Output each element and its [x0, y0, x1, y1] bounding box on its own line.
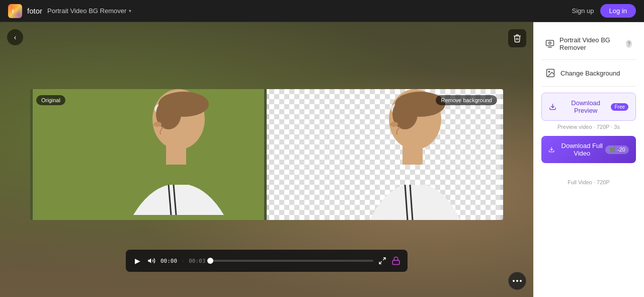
- svg-rect-20: [403, 144, 423, 165]
- sidebar: Portrait Video BG Remover ? Change Backg…: [533, 22, 644, 297]
- lock-button[interactable]: [391, 256, 400, 265]
- play-icon: ▶: [135, 257, 140, 265]
- progress-bar[interactable]: [210, 260, 373, 262]
- volume-button[interactable]: [147, 257, 155, 265]
- canvas-area: ‹ Original: [0, 22, 533, 297]
- download-preview-button[interactable]: Download Preview Free: [541, 93, 636, 121]
- time-current: 00:00: [160, 258, 177, 264]
- svg-rect-26: [392, 260, 399, 264]
- svg-line-24: [383, 258, 385, 260]
- full-video-info: Full Video · 720P: [541, 179, 636, 185]
- header-left: f fotor Portrait Video BG Remover ▾: [8, 4, 131, 18]
- download-preview-label: Download Preview: [560, 99, 611, 114]
- dot-1: [513, 280, 515, 282]
- header-tool[interactable]: Portrait Video BG Remover ▾: [47, 7, 131, 15]
- svg-point-30: [548, 71, 549, 72]
- tool-label: Portrait Video BG Remover: [47, 7, 126, 15]
- arrow-icon: ›: [547, 166, 549, 173]
- svg-point-7: [153, 122, 162, 127]
- change-bg-icon: [545, 68, 555, 78]
- sidebar-item-change-bg[interactable]: Change Background: [541, 62, 636, 84]
- svg-line-25: [379, 261, 382, 264]
- energy-count: -20: [617, 146, 625, 153]
- free-badge: Free: [611, 103, 628, 111]
- original-badge: Original: [36, 95, 65, 105]
- header: f fotor Portrait Video BG Remover ▾ Sign…: [0, 0, 644, 22]
- change-bg-label: Change Background: [560, 69, 620, 77]
- chevron-down-icon: ▾: [129, 8, 131, 14]
- fullscreen-button[interactable]: [378, 257, 386, 265]
- sidebar-item-portrait-bg[interactable]: Portrait Video BG Remover ?: [541, 30, 636, 57]
- download-full-button[interactable]: Download Full Video 🌿 -20: [541, 136, 636, 163]
- dot-2: [516, 280, 518, 282]
- video-preview-container: Original: [30, 89, 503, 220]
- download-preview-left: Download Preview: [549, 99, 611, 114]
- fotor-brand: fotor: [27, 7, 42, 15]
- more-options-button[interactable]: [508, 272, 526, 290]
- time-total: 00:03: [189, 258, 205, 264]
- svg-marker-23: [148, 258, 151, 263]
- svg-rect-27: [546, 40, 554, 46]
- portrait-bg-icon: [545, 39, 554, 49]
- dot-3: [520, 280, 522, 282]
- time-divider: ·: [182, 258, 184, 264]
- energy-icon: 🌿: [609, 146, 616, 153]
- signup-button[interactable]: Sign up: [572, 7, 594, 15]
- back-icon: ‹: [14, 33, 17, 41]
- help-icon[interactable]: ?: [626, 40, 632, 48]
- fotor-logo: f: [8, 4, 22, 18]
- portrait-bg-label: Portrait Video BG Remover: [559, 36, 620, 51]
- delete-button[interactable]: [508, 29, 526, 47]
- svg-rect-8: [166, 144, 186, 165]
- preview-info: Preview video · 720P · 3s: [541, 124, 636, 130]
- play-button[interactable]: ▶: [133, 257, 142, 265]
- video-controls: ▶ 00:00 · 00:03: [126, 250, 408, 272]
- arrow-button[interactable]: ›: [541, 163, 554, 176]
- main-content: ‹ Original: [0, 22, 644, 297]
- progress-handle[interactable]: [207, 258, 213, 264]
- sidebar-divider-2: [541, 86, 636, 87]
- login-button[interactable]: Log in: [600, 4, 636, 18]
- back-button[interactable]: ‹: [7, 29, 23, 45]
- sidebar-divider-1: [541, 59, 636, 60]
- original-panel: Original: [30, 89, 267, 220]
- header-right: Sign up Log in: [572, 4, 636, 18]
- energy-badge: 🌿 -20: [605, 145, 629, 154]
- svg-point-28: [549, 42, 551, 44]
- svg-point-19: [390, 122, 398, 127]
- processed-panel: Remove background: [267, 89, 503, 220]
- download-full-label: Download Full Video: [558, 142, 605, 157]
- download-full-left: Download Full Video: [548, 142, 605, 157]
- remove-bg-badge[interactable]: Remove background: [436, 95, 497, 105]
